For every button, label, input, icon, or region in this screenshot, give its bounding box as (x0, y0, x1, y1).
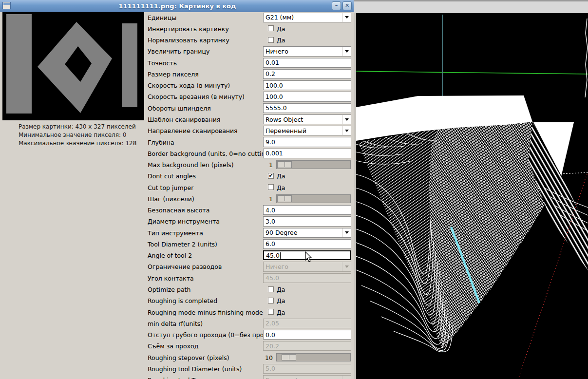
dropdown[interactable]: Ничего (263, 46, 351, 56)
text-input[interactable]: 0.2 (263, 69, 351, 79)
dropdown[interactable]: Rows Object (263, 114, 351, 124)
form-row: Скорость хода (в минуту)100.0 (144, 80, 355, 91)
form-row: Направление сканированияПеременный (144, 125, 355, 136)
field-label: Шаг (пиксели) (148, 195, 194, 202)
image-max-text: Максимальное значение пикселя: 128 (19, 139, 136, 148)
field-label: Cut top jumper (148, 184, 193, 191)
field-label: Max background len (pixels) (148, 161, 234, 169)
field-control: Да (263, 284, 352, 295)
chevron-down-icon[interactable] (342, 115, 351, 124)
text-input[interactable]: 100.0 (263, 80, 351, 90)
checkbox[interactable] (268, 286, 274, 292)
field-label: Диаметр инструмента (148, 218, 220, 225)
field-control: 3.0 (263, 216, 352, 227)
gcode-preview-viewport[interactable] (356, 13, 588, 379)
field-control: 20.2 (263, 341, 352, 352)
field-control: Ничего (263, 46, 352, 57)
field-label: Tool Diameter 2 (units) (148, 240, 217, 247)
field-label: Глубина (148, 138, 174, 146)
image-size-text: Размер картинки: 430 x 327 пикселей (19, 123, 136, 131)
form-row: Безопасная высота4.0 (144, 205, 355, 216)
text-input: 20.2 (263, 341, 351, 351)
field-label: Отступ грубого прохода (0=без прохода) (148, 331, 282, 339)
field-label: Скорость врезания (в минуту) (148, 93, 245, 100)
checkbox[interactable] (268, 25, 274, 31)
field-control: Ничего (263, 261, 352, 272)
text-input[interactable]: 0.0 (263, 330, 351, 340)
form-row: ЕдиницыG21 (мм) (144, 12, 355, 23)
text-input[interactable]: 9.0 (263, 137, 351, 147)
field-control: 5.0 (263, 363, 352, 374)
field-label: Обороты шпинделя (148, 104, 211, 112)
text-input[interactable]: 6.0 (263, 239, 351, 249)
minimize-button[interactable]: – (332, 1, 341, 10)
dropdown[interactable]: G21 (мм) (263, 13, 351, 22)
field-label: Инвертировать картинку (148, 25, 229, 32)
input-value: 5555.0 (266, 104, 287, 112)
dropdown: Ничего (263, 262, 351, 271)
form-row: Тип инструмента90 Degree (144, 227, 355, 238)
dropdown: Боковая фреза (263, 375, 351, 379)
preview-left-bar (6, 14, 32, 114)
form-row: Roughing stepover (pixels)10 (144, 352, 355, 363)
text-input[interactable]: 0.001 (263, 149, 351, 158)
form-row: Border background (units, 0=no cutting)0… (144, 148, 355, 159)
dropdown-arrow-icon (345, 118, 349, 121)
field-control: Да (263, 35, 352, 46)
dropdown[interactable]: Переменный (263, 126, 351, 135)
text-input[interactable]: 100.0 (263, 92, 351, 101)
text-input[interactable]: 0.01 (263, 58, 351, 68)
form-row: Точность0.01 (144, 57, 355, 68)
image-min-text: Минимальное значение пикселя: 0 (19, 131, 136, 139)
field-control: Rows Object (263, 114, 352, 125)
checkbox[interactable] (268, 37, 274, 43)
chevron-down-icon[interactable] (342, 13, 351, 22)
close-button[interactable]: ✕ (342, 1, 352, 10)
field-label: Размер пикселя (148, 70, 199, 77)
checkbox[interactable] (268, 184, 274, 190)
input-value: 0.01 (266, 59, 279, 66)
text-input[interactable]: 4.0 (263, 205, 351, 215)
dropdown-value: Rows Object (266, 116, 342, 123)
slider-track[interactable] (276, 160, 351, 169)
form-row: Dont cut angles✔Да (144, 171, 355, 182)
backplot-window (354, 0, 588, 379)
dropdown-arrow-icon (345, 231, 349, 234)
dropdown-value: Ничего (266, 48, 342, 55)
chevron-down-icon[interactable] (342, 228, 351, 237)
text-input: 45.0 (263, 273, 351, 283)
slider-handle[interactable] (277, 195, 292, 202)
field-label: Безопасная высота (148, 207, 209, 214)
field-label: Увеличить границу (148, 48, 209, 55)
field-control: 0.2 (263, 68, 352, 79)
field-control: G21 (мм) (263, 12, 352, 23)
chevron-down-icon[interactable] (342, 126, 351, 135)
input-value: 100.0 (266, 82, 283, 89)
slider-handle[interactable] (277, 161, 292, 168)
checkbox[interactable] (268, 309, 274, 315)
field-label: Единицы (148, 14, 176, 21)
chevron-down-icon[interactable] (342, 47, 351, 56)
slider-handle[interactable] (282, 354, 296, 360)
field-control: Да (263, 23, 352, 34)
field-label: Roughing tool Type (148, 377, 206, 379)
field-label: Roughing mode minus finishing mode (148, 308, 263, 316)
form-row: Глубина9.0 (144, 136, 355, 148)
checkbox-label: Да (277, 172, 285, 180)
dialog-titlebar[interactable]: 111111111.png: Картинку в код – ✕ (0, 0, 355, 12)
slider-track[interactable] (276, 353, 351, 361)
slider-track[interactable] (276, 194, 351, 203)
field-control: Да (263, 295, 352, 306)
text-input[interactable]: 5555.0 (263, 103, 351, 113)
field-control: ✔Да (263, 171, 352, 182)
input-value: 0.001 (266, 150, 283, 157)
text-input[interactable]: 3.0 (263, 216, 351, 226)
text-input[interactable]: 45.0 (263, 250, 351, 260)
text-input: 2.05 (263, 319, 351, 328)
dropdown[interactable]: 90 Degree (263, 228, 351, 238)
checkbox[interactable] (268, 298, 274, 303)
checkbox[interactable]: ✔ (268, 173, 274, 179)
form-row: Roughing is completedДа (144, 295, 355, 306)
dropdown-arrow-icon (345, 265, 349, 268)
dropdown-value: Ничего (266, 263, 342, 270)
